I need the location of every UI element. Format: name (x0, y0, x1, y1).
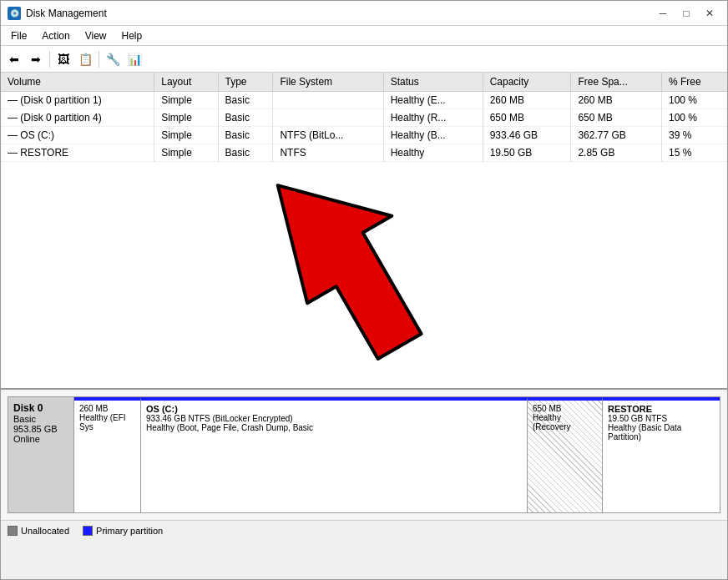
cell-status: Healthy (E... (383, 92, 483, 109)
partition-restore-status: Healthy (Basic Data Partition) (608, 423, 715, 441)
partition-os-size: 933.46 GB NTFS (BitLocker Encrypted) (146, 414, 522, 423)
forward-button[interactable]: ➡ (26, 49, 46, 69)
partition-efi-size: 260 MB (79, 404, 135, 413)
disk-management-window: 💿 Disk Management ─ □ ✕ File Action View… (0, 0, 728, 580)
cell-volume: — RESTORE (1, 144, 154, 162)
cell-percentfree: 15 % (662, 144, 728, 162)
cell-type: Basic (218, 127, 273, 144)
cell-filesystem (273, 109, 383, 127)
cell-layout: Simple (154, 144, 218, 162)
title-bar: 💿 Disk Management ─ □ ✕ (1, 1, 727, 26)
toolbar-btn-3[interactable]: 🔧 (103, 49, 123, 69)
menu-bar: File Action View Help (1, 26, 727, 46)
disk-label: Disk 0 Basic 953.85 GB Online (8, 396, 74, 513)
legend-primary-box (83, 526, 93, 536)
col-status[interactable]: Status (383, 73, 483, 92)
partition-recovery[interactable]: 650 MB Healthy (Recovery (528, 397, 603, 512)
table-row[interactable]: — (Disk 0 partition 4)SimpleBasicHealthy… (1, 109, 727, 127)
cell-filesystem: NTFS (BitLo... (273, 127, 383, 144)
window-controls: ─ □ ✕ (652, 5, 720, 22)
partition-restore-size: 19.50 GB NTFS (608, 414, 715, 423)
cell-capacity: 260 MB (483, 92, 571, 109)
window-title: Disk Management (26, 8, 107, 19)
partition-os[interactable]: OS (C:) 933.46 GB NTFS (BitLocker Encryp… (141, 397, 528, 512)
cell-capacity: 650 MB (483, 109, 571, 127)
partition-recovery-size: 650 MB (533, 404, 597, 413)
toolbar-separator-1 (49, 51, 50, 68)
cell-type: Basic (218, 109, 273, 127)
cell-percentfree: 100 % (662, 92, 728, 109)
legend: Unallocated Primary partition (1, 520, 727, 540)
menu-file[interactable]: File (4, 28, 33, 43)
partition-os-status: Healthy (Boot, Page File, Crash Dump, Ba… (146, 423, 522, 432)
legend-unallocated: Unallocated (8, 526, 69, 536)
disk-status: Online (13, 434, 68, 444)
disk-name: Disk 0 (13, 402, 68, 414)
legend-primary: Primary partition (83, 526, 163, 536)
cell-capacity: 933.46 GB (483, 127, 571, 144)
table-header-row: Volume Layout Type File System Status Ca… (1, 73, 727, 92)
disk-size: 953.85 GB (13, 424, 68, 434)
title-bar-left: 💿 Disk Management (8, 7, 107, 20)
toolbar-btn-2[interactable]: 📋 (75, 49, 95, 69)
svg-marker-0 (251, 148, 450, 376)
toolbar-btn-1[interactable]: 🖼 (53, 49, 73, 69)
disk-partitions: 260 MB Healthy (EFI Sys OS (C:) 933.46 G… (74, 396, 720, 513)
cell-status: Healthy (383, 144, 483, 162)
volume-table: Volume Layout Type File System Status Ca… (1, 73, 727, 162)
menu-view[interactable]: View (78, 28, 114, 43)
main-content: Volume Layout Type File System Status Ca… (1, 73, 727, 579)
legend-unallocated-box (8, 526, 18, 536)
table-row[interactable]: — OS (C:)SimpleBasicNTFS (BitLo...Health… (1, 127, 727, 144)
minimize-button[interactable]: ─ (652, 5, 674, 22)
partition-restore-name: RESTORE (608, 404, 715, 414)
cell-volume: — OS (C:) (1, 127, 154, 144)
disk-area: Disk 0 Basic 953.85 GB Online 260 MB Hea… (1, 390, 727, 520)
cell-layout: Simple (154, 127, 218, 144)
col-percentfree[interactable]: % Free (662, 73, 728, 92)
cell-status: Healthy (B... (383, 127, 483, 144)
cell-status: Healthy (R... (383, 109, 483, 127)
cell-type: Basic (218, 144, 273, 162)
col-capacity[interactable]: Capacity (483, 73, 571, 92)
menu-action[interactable]: Action (35, 28, 76, 43)
toolbar-btn-4[interactable]: 📊 (124, 49, 144, 69)
cell-capacity: 19.50 GB (483, 144, 571, 162)
cell-percentfree: 39 % (662, 127, 728, 144)
cell-volume: — (Disk 0 partition 1) (1, 92, 154, 109)
maximize-button[interactable]: □ (675, 5, 697, 22)
partition-os-name: OS (C:) (146, 404, 522, 414)
close-button[interactable]: ✕ (699, 5, 720, 22)
cell-layout: Simple (154, 109, 218, 127)
cell-filesystem (273, 92, 383, 109)
partition-efi[interactable]: 260 MB Healthy (EFI Sys (74, 397, 141, 512)
col-volume[interactable]: Volume (1, 73, 154, 92)
col-type[interactable]: Type (218, 73, 273, 92)
cell-freespace: 650 MB (571, 109, 662, 127)
table-row[interactable]: — (Disk 0 partition 1)SimpleBasicHealthy… (1, 92, 727, 109)
toolbar: ⬅ ➡ 🖼 📋 🔧 📊 (1, 46, 727, 73)
table-row[interactable]: — RESTORESimpleBasicNTFSHealthy19.50 GB2… (1, 144, 727, 162)
partition-restore[interactable]: RESTORE 19.50 GB NTFS Healthy (Basic Dat… (603, 397, 720, 512)
col-layout[interactable]: Layout (154, 73, 218, 92)
partition-recovery-status: Healthy (Recovery (533, 413, 597, 431)
cell-freespace: 2.85 GB (571, 144, 662, 162)
disk-visual-section: Disk 0 Basic 953.85 GB Online 260 MB Hea… (1, 390, 727, 540)
app-icon: 💿 (8, 7, 21, 20)
cell-filesystem: NTFS (273, 144, 383, 162)
partition-efi-status: Healthy (EFI Sys (79, 413, 135, 431)
cell-layout: Simple (154, 92, 218, 109)
toolbar-separator-2 (99, 51, 99, 68)
cell-freespace: 362.77 GB (571, 127, 662, 144)
cell-type: Basic (218, 92, 273, 109)
arrow-annotation (168, 123, 468, 390)
col-freespace[interactable]: Free Spa... (571, 73, 662, 92)
col-filesystem[interactable]: File System (273, 73, 383, 92)
cell-freespace: 260 MB (571, 92, 662, 109)
red-arrow-svg (251, 148, 569, 390)
back-button[interactable]: ⬅ (4, 49, 24, 69)
legend-unallocated-label: Unallocated (21, 526, 69, 536)
cell-percentfree: 100 % (662, 109, 728, 127)
legend-primary-label: Primary partition (96, 526, 163, 536)
menu-help[interactable]: Help (115, 28, 149, 43)
